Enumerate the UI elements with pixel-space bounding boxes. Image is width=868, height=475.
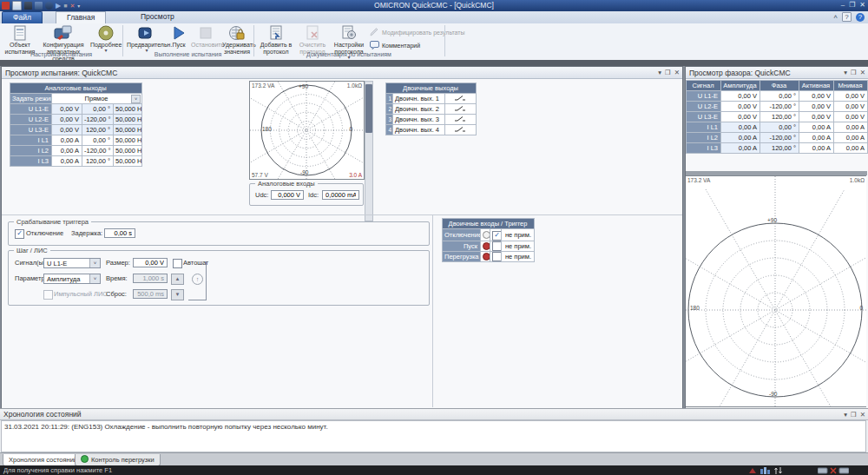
amp-cell[interactable]: 0,00 V bbox=[721, 102, 760, 112]
mode-select[interactable]: Прямое ˅ bbox=[52, 94, 142, 104]
vertical-scrollbar[interactable] bbox=[365, 81, 373, 221]
analog-outputs-table: Аналоговые выходы Задать режим Прямое ˅ … bbox=[10, 82, 142, 167]
tab-overload-control[interactable]: Контроль перегрузки bbox=[75, 454, 161, 466]
table-row: Перегрузка не прим. bbox=[443, 252, 535, 262]
idc-field[interactable] bbox=[322, 190, 359, 200]
amp-cell[interactable]: 0,00 A bbox=[52, 156, 82, 167]
history-menu-icon[interactable]: ▾ bbox=[844, 409, 847, 420]
switch-icon bbox=[454, 115, 466, 122]
start-button[interactable]: Пуск bbox=[168, 25, 190, 49]
amp-cell[interactable]: 0,00 V bbox=[52, 125, 82, 135]
freq-cell[interactable]: 50,000 Hz bbox=[114, 125, 142, 135]
start-trigger-checkbox[interactable] bbox=[492, 241, 502, 251]
active-cell: 0,00 V bbox=[799, 102, 834, 112]
details-button[interactable]: Подробнее ▾ bbox=[90, 25, 122, 53]
amp-cell[interactable]: 0,00 A bbox=[52, 146, 82, 156]
amp-cell[interactable]: 0,00 V bbox=[52, 104, 82, 115]
mode-label: Задать режим bbox=[10, 94, 52, 104]
scale-label-ohm: 1.0kΩ bbox=[850, 177, 865, 183]
preview-button[interactable]: Предварительн. ▾ bbox=[127, 25, 167, 53]
amp-cell[interactable]: 0,00 A bbox=[52, 135, 82, 146]
phase-cell[interactable]: 0,00 ° bbox=[82, 135, 114, 146]
amp-cell[interactable]: 0,00 V bbox=[52, 115, 82, 125]
phasor-view-menu-icon[interactable]: ▾ bbox=[844, 67, 847, 79]
phasor-table: Сигнал Амплитуда Фаза Активная Мнимая U … bbox=[686, 80, 868, 154]
test-view-menu-icon[interactable]: ▾ bbox=[658, 67, 661, 79]
switch-cell[interactable] bbox=[445, 94, 477, 104]
size-field[interactable] bbox=[133, 258, 168, 267]
time-field bbox=[133, 274, 168, 283]
tab-file[interactable]: Файл bbox=[2, 11, 43, 23]
test-view-close-icon[interactable]: ✕ bbox=[674, 67, 680, 79]
phase-cell[interactable]: -120,00 ° bbox=[760, 133, 799, 143]
phasor-view-panel: Просмотр фазора: QuickCMC ▾ ❒ ✕ Сигнал А… bbox=[685, 66, 868, 409]
phase-cell[interactable]: -120,00 ° bbox=[760, 102, 799, 112]
trip-trigger-checkbox[interactable]: ✓ bbox=[492, 231, 502, 241]
minimize-button[interactable]: – bbox=[841, 1, 845, 9]
step-direction-up-icon[interactable]: ↑ bbox=[192, 274, 203, 285]
freq-cell[interactable]: 50,000 Hz bbox=[114, 146, 142, 156]
restore-button[interactable]: ❐ bbox=[849, 1, 855, 9]
tab-history[interactable]: Хронология состояний bbox=[3, 454, 83, 466]
tab-view[interactable]: Просмотр bbox=[130, 11, 185, 23]
phase-cell[interactable]: -120,00 ° bbox=[82, 146, 114, 156]
param-select[interactable]: Амплитуда ˅ bbox=[43, 274, 101, 284]
phase-cell[interactable]: 120,00 ° bbox=[760, 143, 799, 154]
test-view-maximize-icon[interactable]: ❒ bbox=[665, 67, 671, 79]
freq-cell[interactable]: 50,000 Hz bbox=[114, 156, 142, 167]
ribbon-collapse-icon[interactable]: ˄ bbox=[833, 13, 838, 21]
amp-cell[interactable]: 0,00 V bbox=[721, 91, 760, 102]
switch-cell[interactable] bbox=[445, 125, 477, 135]
overload-trigger-checkbox[interactable] bbox=[492, 252, 502, 261]
freq-cell[interactable]: 50,000 Hz bbox=[114, 135, 142, 146]
history-close-icon[interactable]: ✕ bbox=[860, 409, 865, 420]
amp-cell[interactable]: 0,00 A bbox=[721, 143, 760, 154]
analog-outputs-title: Аналоговые выходы bbox=[10, 83, 142, 94]
step-group: Шаг / ЛИС Сигнал(ы): U L1-E ˅ Размер: Ав… bbox=[8, 250, 430, 306]
mode-combo-icon[interactable]: ˅ bbox=[131, 95, 141, 103]
history-maximize-icon[interactable]: ❒ bbox=[851, 409, 857, 420]
scrollbar-thumb[interactable] bbox=[365, 84, 372, 133]
param-combo-icon[interactable]: ˅ bbox=[89, 274, 100, 283]
history-log[interactable]: 31.03.2021 20:11:29: (ENG153) Охлаждение… bbox=[1, 420, 866, 452]
amp-cell[interactable]: 0,00 V bbox=[721, 112, 760, 122]
signal-combo-icon[interactable]: ˅ bbox=[89, 259, 100, 267]
amp-cell[interactable]: 0,00 A bbox=[721, 122, 760, 133]
context-help-icon[interactable]: ? bbox=[842, 12, 852, 22]
switch-cell[interactable] bbox=[445, 115, 477, 125]
amp-cell[interactable]: 0,00 A bbox=[721, 133, 760, 143]
freq-cell[interactable]: 50,000 Hz bbox=[114, 104, 142, 115]
comment-button[interactable]: Комментарий bbox=[370, 41, 465, 51]
trip-checkbox-label: Отключение bbox=[26, 228, 63, 239]
group-label-documentation: Документация по испытаниям bbox=[253, 51, 444, 57]
test-view-header: Просмотр испытания: QuickCMC ▾ ❒ ✕ bbox=[2, 67, 682, 79]
udc-field[interactable] bbox=[271, 190, 304, 200]
deg-bottom-label: -90 bbox=[300, 169, 308, 175]
device-connection-icon bbox=[818, 467, 849, 475]
phase-cell[interactable]: -120,00 ° bbox=[82, 115, 114, 125]
phase-cell[interactable]: 120,00 ° bbox=[760, 112, 799, 122]
phase-cell[interactable]: 120,00 ° bbox=[82, 156, 114, 167]
phase-cell[interactable]: 0,00 ° bbox=[82, 104, 114, 115]
switch-cell[interactable] bbox=[445, 104, 477, 115]
phase-cell[interactable]: 0,00 ° bbox=[760, 122, 799, 133]
table-row: U L3-E 0,00 V 120,00 ° 50,000 Hz bbox=[10, 125, 142, 135]
phasor-view-maximize-icon[interactable]: ❒ bbox=[851, 67, 857, 79]
delay-field[interactable] bbox=[104, 228, 135, 238]
help-icon[interactable]: ? bbox=[856, 13, 865, 22]
delay-label: Задержка: bbox=[71, 228, 102, 239]
trip-checkbox[interactable]: ✓ bbox=[15, 229, 24, 239]
tab-home[interactable]: Главная bbox=[56, 11, 106, 23]
signal-select[interactable]: U L1-E ˅ bbox=[43, 258, 101, 268]
freq-cell[interactable]: 50,000 Hz bbox=[114, 115, 142, 125]
phase-cell[interactable]: 120,00 ° bbox=[82, 125, 114, 135]
step-direction-widget[interactable]: ↑ bbox=[188, 261, 207, 300]
phasor-view-close-icon[interactable]: ✕ bbox=[860, 67, 865, 79]
phase-cell[interactable]: 0,00 ° bbox=[760, 91, 799, 102]
active-cell: 0,00 A bbox=[799, 133, 834, 143]
hardware-config-icon bbox=[54, 25, 73, 41]
table-row: U L1-E 0,00 V 0,00 ° 0,00 V 0,00 V bbox=[687, 91, 868, 102]
close-button[interactable]: ✕ bbox=[859, 1, 865, 9]
scale-label-ohm: 1.0kΩ bbox=[347, 82, 362, 89]
autostep-checkbox[interactable] bbox=[173, 259, 182, 268]
